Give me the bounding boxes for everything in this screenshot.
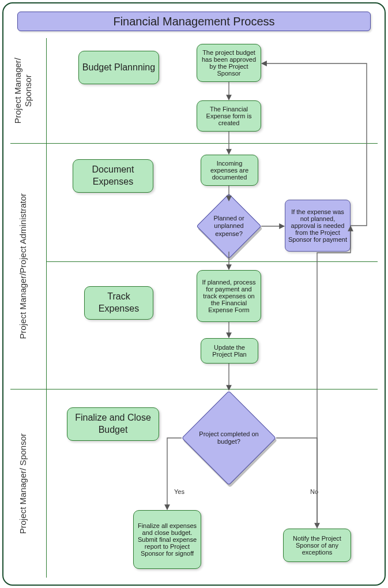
label-yes: Yes — [174, 488, 184, 495]
lane-label-2-text: Project Manager/Project Administrator — [18, 193, 28, 339]
node-finalize-close: Finalize all expenses and close budget. … — [133, 510, 201, 569]
phase-document-expenses: Document Expenses — [73, 159, 153, 193]
node-expense-form-created: The Financial Expense form is created — [197, 100, 261, 132]
node-notify-exceptions-text: Notify the Project Sponsor of any except… — [286, 535, 348, 556]
lane-label-3: Project Manager/ Sponsor — [12, 389, 35, 578]
node-notify-exceptions: Notify the Project Sponsor of any except… — [283, 529, 351, 562]
lane-label-1: Project Manager/ Sponsor — [12, 38, 35, 143]
lane-label-3-text: Project Manager/ Sponsor — [18, 433, 28, 534]
lane-divider-2 — [46, 261, 378, 262]
phase-finalize-close-text: Finalize and Close Budget — [70, 412, 156, 436]
node-approval-needed: If the expense was not planned, approval… — [285, 200, 351, 252]
node-budget-approved-text: The project budget has been approved by … — [199, 49, 258, 77]
node-finalize-close-text: Finalize all expenses and close budget. … — [136, 522, 198, 557]
phase-finalize-close: Finalize and Close Budget — [67, 407, 159, 441]
node-expense-form-created-text: The Financial Expense form is created — [199, 106, 258, 126]
lane-label-2: Project Manager/Project Administrator — [12, 143, 35, 389]
phase-track-expenses-text: Track Expenses — [87, 291, 150, 315]
lane-divider-vertical — [46, 38, 47, 578]
label-no: No — [310, 488, 318, 495]
connectors-svg — [3, 3, 387, 587]
title-bar: Financial Management Process — [17, 12, 371, 31]
phase-budget-planning-text: Budget Plannning — [82, 62, 155, 74]
decision-planned-unplanned-text: Planned or unplanned expense? — [202, 212, 255, 241]
lane-divider-1 — [10, 143, 378, 144]
phase-document-expenses-text: Document Expenses — [76, 164, 150, 188]
node-approval-needed-text: If the expense was not planned, approval… — [288, 208, 348, 243]
diagram-frame: Financial Management Process Project Man… — [2, 2, 386, 586]
phase-budget-planning: Budget Plannning — [78, 51, 159, 84]
node-update-plan-text: Update the Project Plan — [204, 344, 255, 358]
diagram-title: Financial Management Process — [113, 15, 274, 28]
lane-divider-3 — [10, 389, 378, 389]
lane-label-1-text: Project Manager/ Sponsor — [13, 58, 33, 123]
phase-track-expenses: Track Expenses — [84, 286, 153, 320]
decision-on-budget-text: Project completed on budget? — [197, 426, 261, 450]
node-process-track-text: If planned, process for payment and trac… — [199, 279, 258, 313]
node-incoming-documented: Incoming expenses are documented — [201, 155, 258, 186]
node-incoming-documented-text: Incoming expenses are documented — [204, 160, 255, 181]
node-update-plan: Update the Project Plan — [201, 338, 258, 364]
node-process-track: If planned, process for payment and trac… — [197, 270, 261, 322]
node-budget-approved: The project budget has been approved by … — [197, 44, 261, 82]
